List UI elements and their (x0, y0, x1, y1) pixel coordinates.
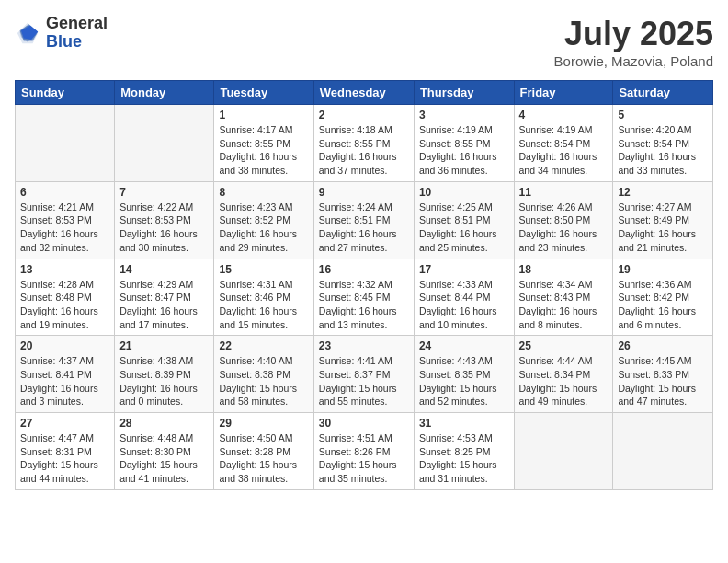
col-sunday: Sunday (16, 81, 115, 105)
table-cell: 28Sunrise: 4:48 AM Sunset: 8:30 PM Dayli… (115, 413, 214, 490)
logo-blue-text: Blue (46, 33, 108, 52)
day-info: Sunrise: 4:21 AM Sunset: 8:53 PM Dayligh… (20, 201, 109, 255)
table-cell: 11Sunrise: 4:26 AM Sunset: 8:50 PM Dayli… (514, 181, 613, 259)
day-info: Sunrise: 4:18 AM Sunset: 8:55 PM Dayligh… (319, 123, 409, 178)
day-number: 18 (519, 263, 609, 276)
calendar-location: Borowie, Mazovia, Poland (554, 53, 713, 69)
table-cell: 26Sunrise: 4:45 AM Sunset: 8:33 PM Dayli… (613, 336, 713, 413)
day-number: 28 (119, 417, 209, 430)
table-cell: 2Sunrise: 4:18 AM Sunset: 8:55 PM Daylig… (313, 105, 414, 182)
day-number: 7 (119, 186, 209, 199)
day-info: Sunrise: 4:45 AM Sunset: 8:33 PM Dayligh… (618, 354, 708, 408)
table-cell: 17Sunrise: 4:33 AM Sunset: 8:44 PM Dayli… (414, 259, 514, 336)
table-cell: 22Sunrise: 4:40 AM Sunset: 8:38 PM Dayli… (214, 336, 313, 413)
day-info: Sunrise: 4:53 AM Sunset: 8:25 PM Dayligh… (419, 431, 509, 486)
table-cell: 13Sunrise: 4:28 AM Sunset: 8:48 PM Dayli… (16, 259, 115, 336)
day-info: Sunrise: 4:23 AM Sunset: 8:52 PM Dayligh… (219, 201, 308, 255)
table-cell: 1Sunrise: 4:17 AM Sunset: 8:55 PM Daylig… (214, 105, 313, 182)
calendar-table: Sunday Monday Tuesday Wednesday Thursday… (15, 80, 713, 490)
day-info: Sunrise: 4:31 AM Sunset: 8:46 PM Dayligh… (219, 278, 308, 332)
day-number: 29 (219, 417, 308, 430)
day-number: 27 (20, 417, 109, 430)
day-number: 3 (419, 109, 509, 121)
col-tuesday: Tuesday (214, 81, 313, 105)
day-info: Sunrise: 4:34 AM Sunset: 8:43 PM Dayligh… (519, 278, 609, 332)
table-cell: 5Sunrise: 4:20 AM Sunset: 8:54 PM Daylig… (613, 105, 713, 182)
day-info: Sunrise: 4:29 AM Sunset: 8:47 PM Dayligh… (119, 278, 209, 332)
day-info: Sunrise: 4:36 AM Sunset: 8:42 PM Dayligh… (618, 278, 708, 332)
day-number: 1 (219, 109, 308, 121)
day-number: 2 (319, 109, 409, 121)
table-cell: 16Sunrise: 4:32 AM Sunset: 8:45 PM Dayli… (313, 259, 414, 336)
day-number: 24 (419, 339, 509, 352)
calendar-title: July 2025 (554, 15, 713, 53)
table-cell (115, 105, 214, 182)
day-info: Sunrise: 4:33 AM Sunset: 8:44 PM Dayligh… (419, 278, 509, 332)
day-number: 16 (319, 263, 409, 276)
week-row-4: 20Sunrise: 4:37 AM Sunset: 8:41 PM Dayli… (16, 336, 713, 413)
table-cell: 21Sunrise: 4:38 AM Sunset: 8:39 PM Dayli… (115, 336, 214, 413)
day-number: 26 (618, 339, 708, 352)
day-info: Sunrise: 4:19 AM Sunset: 8:55 PM Dayligh… (419, 123, 509, 178)
title-block: July 2025 Borowie, Mazovia, Poland (554, 15, 713, 69)
day-number: 17 (419, 263, 509, 276)
logo: General Blue (15, 15, 108, 52)
day-number: 21 (119, 339, 209, 352)
day-info: Sunrise: 4:27 AM Sunset: 8:49 PM Dayligh… (618, 201, 708, 255)
week-row-1: 1Sunrise: 4:17 AM Sunset: 8:55 PM Daylig… (16, 105, 713, 182)
day-info: Sunrise: 4:25 AM Sunset: 8:51 PM Dayligh… (419, 201, 509, 255)
day-info: Sunrise: 4:20 AM Sunset: 8:54 PM Dayligh… (618, 123, 708, 178)
day-info: Sunrise: 4:50 AM Sunset: 8:28 PM Dayligh… (219, 431, 308, 486)
table-cell (16, 105, 115, 182)
col-monday: Monday (115, 81, 214, 105)
day-info: Sunrise: 4:48 AM Sunset: 8:30 PM Dayligh… (119, 431, 209, 486)
table-cell (514, 413, 613, 490)
col-thursday: Thursday (414, 81, 514, 105)
logo-text: General Blue (46, 15, 108, 52)
day-info: Sunrise: 4:28 AM Sunset: 8:48 PM Dayligh… (20, 278, 109, 332)
calendar-header-row: Sunday Monday Tuesday Wednesday Thursday… (16, 81, 713, 105)
logo-icon (15, 20, 40, 46)
day-number: 22 (219, 339, 308, 352)
day-info: Sunrise: 4:32 AM Sunset: 8:45 PM Dayligh… (319, 278, 409, 332)
day-info: Sunrise: 4:47 AM Sunset: 8:31 PM Dayligh… (20, 431, 109, 486)
table-cell: 30Sunrise: 4:51 AM Sunset: 8:26 PM Dayli… (313, 413, 414, 490)
day-number: 23 (319, 339, 409, 352)
day-number: 20 (20, 339, 109, 352)
table-cell: 8Sunrise: 4:23 AM Sunset: 8:52 PM Daylig… (214, 181, 313, 259)
col-wednesday: Wednesday (313, 81, 414, 105)
day-info: Sunrise: 4:37 AM Sunset: 8:41 PM Dayligh… (20, 354, 109, 408)
day-info: Sunrise: 4:19 AM Sunset: 8:54 PM Dayligh… (519, 123, 609, 178)
table-cell: 24Sunrise: 4:43 AM Sunset: 8:35 PM Dayli… (414, 336, 514, 413)
table-cell: 27Sunrise: 4:47 AM Sunset: 8:31 PM Dayli… (16, 413, 115, 490)
table-cell: 10Sunrise: 4:25 AM Sunset: 8:51 PM Dayli… (414, 181, 514, 259)
week-row-3: 13Sunrise: 4:28 AM Sunset: 8:48 PM Dayli… (16, 259, 713, 336)
day-number: 13 (20, 263, 109, 276)
day-number: 6 (20, 186, 109, 199)
table-cell: 14Sunrise: 4:29 AM Sunset: 8:47 PM Dayli… (115, 259, 214, 336)
table-cell: 31Sunrise: 4:53 AM Sunset: 8:25 PM Dayli… (414, 413, 514, 490)
table-cell: 18Sunrise: 4:34 AM Sunset: 8:43 PM Dayli… (514, 259, 613, 336)
table-cell: 15Sunrise: 4:31 AM Sunset: 8:46 PM Dayli… (214, 259, 313, 336)
page-header: General Blue July 2025 Borowie, Mazovia,… (15, 15, 713, 69)
day-number: 10 (419, 186, 509, 199)
day-number: 14 (119, 263, 209, 276)
table-cell: 19Sunrise: 4:36 AM Sunset: 8:42 PM Dayli… (613, 259, 713, 336)
day-info: Sunrise: 4:40 AM Sunset: 8:38 PM Dayligh… (219, 354, 308, 408)
table-cell: 25Sunrise: 4:44 AM Sunset: 8:34 PM Dayli… (514, 336, 613, 413)
table-cell: 6Sunrise: 4:21 AM Sunset: 8:53 PM Daylig… (16, 181, 115, 259)
table-cell: 4Sunrise: 4:19 AM Sunset: 8:54 PM Daylig… (514, 105, 613, 182)
table-cell (613, 413, 713, 490)
day-number: 25 (519, 339, 609, 352)
day-number: 11 (519, 186, 609, 199)
day-info: Sunrise: 4:44 AM Sunset: 8:34 PM Dayligh… (519, 354, 609, 408)
day-number: 8 (219, 186, 308, 199)
day-info: Sunrise: 4:26 AM Sunset: 8:50 PM Dayligh… (519, 201, 609, 255)
day-number: 31 (419, 417, 509, 430)
table-cell: 12Sunrise: 4:27 AM Sunset: 8:49 PM Dayli… (613, 181, 713, 259)
week-row-2: 6Sunrise: 4:21 AM Sunset: 8:53 PM Daylig… (16, 181, 713, 259)
day-info: Sunrise: 4:43 AM Sunset: 8:35 PM Dayligh… (419, 354, 509, 408)
day-info: Sunrise: 4:24 AM Sunset: 8:51 PM Dayligh… (319, 201, 409, 255)
week-row-5: 27Sunrise: 4:47 AM Sunset: 8:31 PM Dayli… (16, 413, 713, 490)
table-cell: 29Sunrise: 4:50 AM Sunset: 8:28 PM Dayli… (214, 413, 313, 490)
